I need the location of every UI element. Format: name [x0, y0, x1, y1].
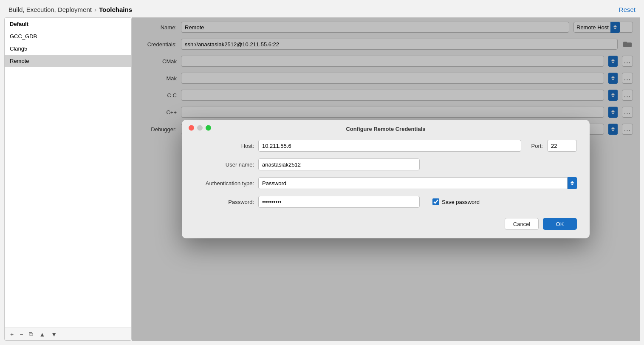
- breadcrumb-current: Toolchains: [99, 6, 132, 13]
- minimize-button[interactable]: [197, 125, 203, 130]
- host-label: Host:: [195, 143, 254, 149]
- main-panel: Name: Remote Host Credentials:: [132, 17, 640, 341]
- auth-type-input[interactable]: [258, 177, 568, 189]
- username-row: User name:: [195, 158, 577, 170]
- modal-titlebar: Configure Remote Credentials: [182, 120, 590, 136]
- sidebar-item-remote[interactable]: Remote: [5, 55, 131, 67]
- password-label: Password:: [195, 199, 254, 205]
- save-password-wrap: Save password: [432, 198, 480, 205]
- save-password-label: Save password: [442, 199, 480, 205]
- breadcrumb-separator: ›: [94, 6, 96, 13]
- auth-type-row: Authentication type:: [195, 177, 577, 189]
- sidebar-item-clang5[interactable]: Clang5: [5, 42, 131, 55]
- auth-type-chevron[interactable]: [568, 177, 577, 189]
- ok-button[interactable]: OK: [543, 218, 577, 230]
- host-row: Host: Port:: [195, 140, 577, 152]
- svg-marker-14: [571, 181, 574, 183]
- add-button[interactable]: +: [8, 330, 16, 339]
- username-input[interactable]: [258, 158, 420, 170]
- modal-overlay: Configure Remote Credentials Host: Port:: [132, 17, 640, 341]
- save-password-checkbox[interactable]: [432, 198, 439, 205]
- close-button[interactable]: [189, 125, 194, 130]
- port-input[interactable]: [547, 140, 577, 152]
- sidebar-toolbar: + − ⧉ ▲ ▼: [5, 328, 131, 340]
- modal-title: Configure Remote Credentials: [346, 126, 425, 132]
- main-window: Build, Execution, Deployment › Toolchain…: [0, 0, 644, 345]
- traffic-lights: [189, 125, 211, 130]
- content-area: Default GCC_GDB Clang5 Remote + − ⧉ ▲ ▼: [0, 17, 644, 345]
- cancel-button[interactable]: Cancel: [505, 218, 539, 230]
- host-input[interactable]: [258, 140, 521, 152]
- sidebar: Default GCC_GDB Clang5 Remote + − ⧉ ▲ ▼: [4, 17, 132, 341]
- reset-button[interactable]: Reset: [619, 6, 636, 13]
- port-label: Port:: [531, 143, 543, 149]
- sidebar-list: Default GCC_GDB Clang5 Remote: [5, 18, 131, 328]
- sidebar-item-gcc-gdb[interactable]: GCC_GDB: [5, 30, 131, 42]
- auth-type-select-wrap: [258, 177, 577, 189]
- maximize-button[interactable]: [206, 125, 211, 130]
- configure-credentials-dialog: Configure Remote Credentials Host: Port:: [182, 120, 590, 238]
- breadcrumb-parent: Build, Execution, Deployment: [8, 6, 92, 13]
- auth-type-label: Authentication type:: [195, 180, 254, 187]
- move-up-button[interactable]: ▲: [37, 330, 47, 339]
- password-input[interactable]: [258, 196, 420, 208]
- sidebar-item-default[interactable]: Default: [5, 18, 131, 30]
- move-down-button[interactable]: ▼: [49, 330, 59, 339]
- breadcrumb: Build, Execution, Deployment › Toolchain…: [8, 6, 132, 13]
- svg-marker-15: [571, 184, 574, 185]
- remove-button[interactable]: −: [17, 330, 25, 339]
- modal-footer: Cancel OK: [182, 216, 590, 238]
- username-label: User name:: [195, 161, 254, 168]
- modal-body: Host: Port: User name: Authentica: [182, 136, 590, 216]
- header: Build, Execution, Deployment › Toolchain…: [0, 0, 644, 17]
- password-row: Password: Save password: [195, 196, 577, 208]
- copy-button[interactable]: ⧉: [27, 330, 35, 339]
